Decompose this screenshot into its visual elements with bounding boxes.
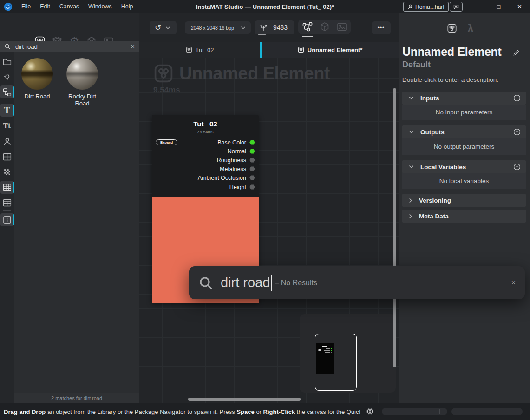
tab-tut-02[interactable]: Tut_02 <box>139 42 260 58</box>
maximize-button[interactable]: □ <box>488 0 509 13</box>
grid-view-tab[interactable] <box>0 181 13 194</box>
section-label: Outputs <box>420 129 445 136</box>
graph-toolbar: ↺ 2048 x 2048 16 bpp 9483 <box>139 13 399 42</box>
close-button[interactable]: ✕ <box>509 0 530 13</box>
undo-control[interactable]: ↺ <box>150 21 177 34</box>
library-match-count: 2 matches for dirt road <box>14 393 139 403</box>
folder-tab[interactable] <box>0 55 13 68</box>
quick-search-overlay[interactable]: dirt road – No Results × <box>189 266 525 299</box>
inputs-empty-message: No input parameters <box>402 105 526 120</box>
app-logo-icon <box>4 2 13 11</box>
3d-view-icon[interactable] <box>319 21 330 33</box>
output-port-row[interactable]: Ambient Occlusion <box>198 173 255 182</box>
output-port-row[interactable]: Base Color <box>217 138 255 147</box>
close-overlay-icon[interactable]: × <box>511 266 516 299</box>
image-view-icon[interactable] <box>336 21 347 33</box>
status-hint: Drag and Drop an object from the Library… <box>4 408 360 415</box>
local-variables-empty-message: No local variables <box>402 173 526 189</box>
minimize-button[interactable]: — <box>467 0 488 13</box>
ideas-tab[interactable] <box>0 71 13 84</box>
strip-divider <box>3 210 11 211</box>
canvas-horizontal-scrollbar[interactable] <box>188 398 301 401</box>
port-dot-idle[interactable] <box>249 158 255 163</box>
add-input-button[interactable] <box>513 94 521 102</box>
port-dot-computed[interactable] <box>249 140 255 145</box>
library-search-input[interactable] <box>14 43 121 51</box>
undo-icon[interactable]: ↺ <box>155 24 161 32</box>
outputs-section-header[interactable]: Outputs <box>402 125 526 138</box>
add-local-variable-button[interactable] <box>513 163 521 171</box>
rename-pencil-icon[interactable] <box>512 49 520 57</box>
port-dot-computed[interactable] <box>249 149 255 154</box>
strip-divider <box>3 101 11 101</box>
output-port-row[interactable]: Roughness <box>217 156 255 164</box>
library-toolbar: ⚙ <box>0 13 139 42</box>
node-graph-view-icon[interactable] <box>302 21 313 33</box>
user-account-button[interactable]: Roma...harf <box>403 2 449 12</box>
typography-tab[interactable]: Tt <box>0 119 13 132</box>
library-results-panel: Dirt Road Rocky Dirt Road <box>14 52 139 393</box>
quick-search-query[interactable]: dirt road <box>221 275 270 290</box>
outputs-empty-message: No output parameters <box>402 138 526 155</box>
expand-node-button[interactable]: Expand <box>156 139 177 145</box>
graph-minimap[interactable] <box>300 314 396 393</box>
menu-help[interactable]: Help <box>118 2 137 11</box>
profile-tab[interactable] <box>0 135 13 148</box>
output-port-row[interactable]: Metalness <box>220 164 255 173</box>
menu-file[interactable]: File <box>18 2 34 11</box>
package-navigator-tab[interactable] <box>0 85 13 98</box>
port-dot-idle[interactable] <box>249 184 255 190</box>
add-output-button[interactable] <box>513 128 521 136</box>
port-dot-idle[interactable] <box>249 175 255 180</box>
port-dot-idle[interactable] <box>249 166 255 171</box>
instance-count-indicator[interactable]: 9483 <box>255 20 294 34</box>
port-label: Height <box>229 184 246 190</box>
text-tool-tab[interactable]: T <box>0 104 13 117</box>
description-placeholder[interactable]: Double-click to enter a description. <box>402 76 498 83</box>
output-port-row[interactable]: Height <box>229 183 255 191</box>
feedback-button[interactable] <box>450 2 463 12</box>
inputs-section-header[interactable]: Inputs <box>402 92 526 105</box>
element-icon <box>186 46 192 53</box>
dither-tab[interactable] <box>0 165 13 178</box>
section-label: Meta Data <box>419 213 449 220</box>
lambda-functions-tab-icon[interactable]: λ <box>465 22 477 34</box>
section-label: Inputs <box>420 95 439 102</box>
person-icon <box>2 137 12 146</box>
overflow-menu-button[interactable]: ••• <box>372 21 391 34</box>
menu-canvas[interactable]: Canvas <box>56 2 83 11</box>
table-tab[interactable] <box>0 150 13 163</box>
element-properties-tab-icon[interactable] <box>446 22 458 34</box>
cpu-chip-icon[interactable] <box>366 407 374 416</box>
node-cook-time: Σ9.54ms <box>152 130 259 134</box>
status-progress-bar <box>451 408 523 415</box>
element-inspector-panel: Unnamed Element Default Double-click to … <box>399 42 530 403</box>
menu-edit[interactable]: Edit <box>36 2 54 11</box>
resolution-dropdown[interactable]: 2048 x 2048 16 bpp <box>185 21 251 34</box>
active-view-underline <box>302 36 313 37</box>
tab-unnamed-element[interactable]: Unnamed Element* <box>262 42 399 58</box>
section-label: Local Variables <box>420 164 466 171</box>
watermark-title: Unnamed Element <box>179 64 330 84</box>
clear-search-icon[interactable]: × <box>131 43 135 50</box>
status-progress-divider <box>439 409 440 414</box>
view-mode-toggle <box>298 20 351 34</box>
user-badge-label: Roma...harf <box>415 4 445 10</box>
material-sphere-preview[interactable] <box>21 58 53 90</box>
material-sphere-preview[interactable] <box>66 58 98 90</box>
search-icon <box>4 43 11 50</box>
library-item-rocky-dirt-road[interactable]: Rocky Dirt Road <box>62 58 102 107</box>
library-item-dirt-road[interactable]: Dirt Road <box>17 58 57 100</box>
node-graph-canvas[interactable]: Unnamed Element 9.54ms Tut_ 02 Σ9.54ms E… <box>139 58 399 403</box>
tab-label: Unnamed Element* <box>308 46 362 53</box>
versioning-section-header[interactable]: Versioning <box>402 194 526 207</box>
output-port-row[interactable]: Normal <box>228 147 255 156</box>
info-tab[interactable] <box>0 213 13 226</box>
canvas-vertical-scrollbar[interactable] <box>393 88 396 367</box>
menu-windows[interactable]: Windows <box>85 2 116 11</box>
chevron-right-icon <box>409 198 412 203</box>
meta-data-section-header[interactable]: Meta Data <box>402 210 526 223</box>
undo-dropdown-chevron-icon[interactable] <box>165 26 170 30</box>
local-variables-section-header[interactable]: Local Variables <box>402 160 526 173</box>
data-table-tab[interactable] <box>0 196 13 209</box>
